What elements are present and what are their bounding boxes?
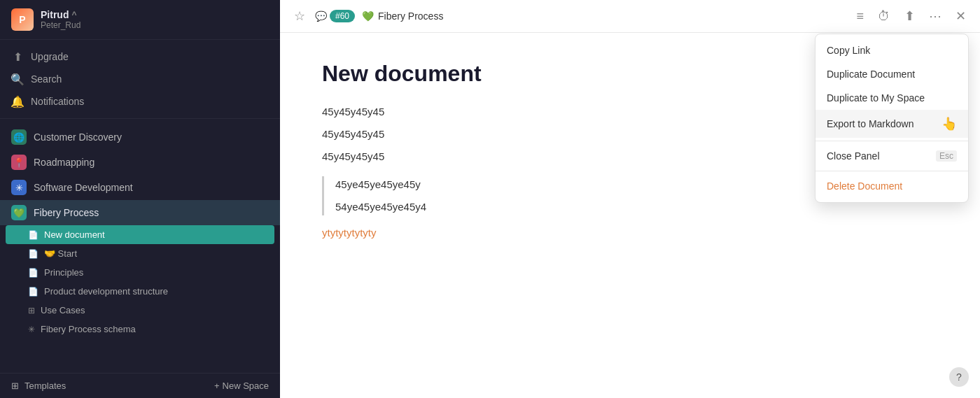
export-markdown-label: Export to Markdown <box>827 118 914 129</box>
fibery-process-icon: 💚 <box>11 205 27 220</box>
software-dev-label: Software Development <box>34 182 133 193</box>
sidebar-item-notifications-label: Notifications <box>31 96 84 107</box>
help-button[interactable]: ? <box>949 367 969 387</box>
schema-label: Fibery Process schema <box>41 324 136 334</box>
sidebar-item-customer-discovery[interactable]: 🌐 Customer Discovery <box>0 125 280 150</box>
sidebar-item-software-development[interactable]: ✳ Software Development <box>0 175 280 200</box>
sidebar-item-product-dev[interactable]: 📄 Product development structure <box>0 282 280 301</box>
history-button[interactable]: ⏱ <box>875 6 893 27</box>
dropdown-separator-1 <box>816 141 968 141</box>
help-icon: ? <box>956 371 962 383</box>
doc-number: #60 <box>335 11 349 21</box>
sidebar-item-start[interactable]: 📄 🤝 Start <box>0 244 280 263</box>
sidebar-nav: ⬆ Upgrade 🔍 Search 🔔 Notifications <box>0 40 280 119</box>
copy-link-item[interactable]: Copy Link <box>816 38 968 62</box>
sidebar: P Pitrud ^ Peter_Rud ⬆ Upgrade 🔍 Search … <box>0 0 280 398</box>
new-space-button[interactable]: + New Space <box>214 381 269 391</box>
space-name-text: Fibery Process <box>378 10 443 22</box>
bell-icon: 🔔 <box>11 95 24 108</box>
close-button[interactable]: ✕ <box>953 6 969 27</box>
more-icon: ⋯ <box>929 8 941 24</box>
comment-button[interactable]: 💬 #60 <box>315 10 355 22</box>
doc-number-badge: #60 <box>330 10 355 22</box>
toolbar-left: ☆ 💬 #60 💚 Fibery Process <box>291 6 846 27</box>
sidebar-item-search[interactable]: 🔍 Search <box>0 68 280 90</box>
link-text[interactable]: ytytytytytyty <box>322 227 377 239</box>
dropdown-separator-2 <box>816 171 968 171</box>
principles-label: Principles <box>44 267 83 278</box>
sidebar-item-notifications[interactable]: 🔔 Notifications <box>0 90 280 113</box>
more-button[interactable]: ⋯ <box>926 6 944 27</box>
sidebar-item-new-document[interactable]: 📄 New document <box>6 225 274 244</box>
new-doc-icon: 📄 <box>28 230 38 240</box>
workspace-user: Peter_Rud <box>41 20 80 30</box>
software-dev-icon: ✳ <box>11 180 27 195</box>
list-icon: ≡ <box>856 9 864 24</box>
templates-icon: ⊞ <box>11 381 19 391</box>
start-icon: 📄 <box>28 249 38 259</box>
share-button[interactable]: ⬆ <box>902 6 918 27</box>
copy-link-label: Copy Link <box>827 45 870 56</box>
sidebar-item-use-cases[interactable]: ⊞ Use Cases <box>0 301 280 320</box>
templates-label: Templates <box>24 381 66 391</box>
sidebar-item-upgrade-label: Upgrade <box>31 51 69 62</box>
product-dev-icon: 📄 <box>28 287 38 297</box>
templates-button[interactable]: ⊞ Templates <box>11 381 66 391</box>
product-dev-label: Product development structure <box>44 286 168 297</box>
sidebar-item-schema[interactable]: ✳ Fibery Process schema <box>0 320 280 339</box>
close-panel-item[interactable]: Close Panel Esc <box>816 144 968 168</box>
dropdown-menu: Copy Link Duplicate Document Duplicate t… <box>815 34 969 203</box>
sidebar-item-fibery-process[interactable]: 💚 Fibery Process <box>0 200 280 225</box>
workspace-name: Pitrud ^ <box>41 9 80 20</box>
close-panel-label: Close Panel <box>827 150 880 162</box>
duplicate-document-item[interactable]: Duplicate Document <box>816 62 968 86</box>
use-cases-icon: ⊞ <box>28 306 35 315</box>
principles-icon: 📄 <box>28 268 38 278</box>
delete-document-label: Delete Document <box>827 180 902 192</box>
workspace-header[interactable]: P Pitrud ^ Peter_Rud <box>0 0 280 40</box>
duplicate-my-space-label: Duplicate to My Space <box>827 92 925 104</box>
roadmapping-icon: 📍 <box>11 155 27 170</box>
share-icon: ⬆ <box>904 8 915 24</box>
plus-icon: + <box>214 381 220 391</box>
sidebar-item-upgrade[interactable]: ⬆ Upgrade <box>0 45 280 68</box>
use-cases-label: Use Cases <box>41 305 85 315</box>
duplicate-doc-label: Duplicate Document <box>827 69 915 80</box>
customer-discovery-icon: 🌐 <box>11 129 27 145</box>
sidebar-item-search-label: Search <box>31 73 62 85</box>
delete-document-item[interactable]: Delete Document <box>816 174 968 198</box>
export-markdown-item[interactable]: Export to Markdown 👆 <box>816 110 968 138</box>
new-document-label: New document <box>44 229 105 240</box>
sidebar-item-principles[interactable]: 📄 Principles <box>0 263 280 282</box>
comment-icon: 💬 <box>315 10 327 22</box>
new-space-label: New Space <box>223 381 269 391</box>
schema-icon: ✳ <box>28 325 35 334</box>
history-icon: ⏱ <box>878 9 890 24</box>
sidebar-item-roadmapping[interactable]: 📍 Roadmapping <box>0 150 280 175</box>
roadmapping-label: Roadmapping <box>34 157 94 168</box>
list-view-button[interactable]: ≡ <box>853 6 867 27</box>
sidebar-footer: ⊞ Templates + New Space <box>0 373 280 398</box>
star-button[interactable]: ☆ <box>291 6 308 27</box>
workspace-info: Pitrud ^ Peter_Rud <box>41 9 80 30</box>
start-label: 🤝 Start <box>44 248 77 259</box>
workspace-logo: P <box>11 8 34 31</box>
doc-toolbar: ☆ 💬 #60 💚 Fibery Process ≡ ⏱ ⬆ <box>280 0 980 33</box>
fibery-process-label: Fibery Process <box>34 207 99 218</box>
duplicate-my-space-item[interactable]: Duplicate to My Space <box>816 86 968 110</box>
close-panel-shortcut: Esc <box>936 150 957 162</box>
spaces-list: 🌐 Customer Discovery 📍 Roadmapping ✳ Sof… <box>0 119 280 373</box>
search-icon: 🔍 <box>11 73 24 85</box>
upgrade-icon: ⬆ <box>11 50 24 63</box>
fibery-process-space-icon: 💚 <box>362 10 374 22</box>
close-icon: ✕ <box>955 8 966 24</box>
customer-discovery-label: Customer Discovery <box>34 132 122 143</box>
main-content: ☆ 💬 #60 💚 Fibery Process ≡ ⏱ ⬆ <box>280 0 980 398</box>
space-name-label: 💚 Fibery Process <box>362 10 443 22</box>
cursor-hand: 👆 <box>941 116 957 132</box>
toolbar-right: ≡ ⏱ ⬆ ⋯ ✕ <box>853 6 969 27</box>
